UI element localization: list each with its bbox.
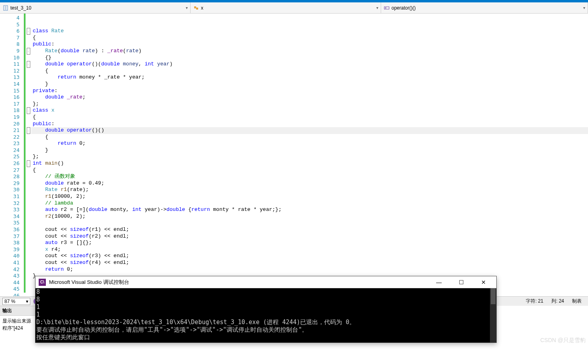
cursor-position: 字符: 21 列: 24 制表 — [526, 298, 586, 305]
console-title-text: Microsoft Visual Studio 调试控制台 — [49, 279, 129, 286]
class-icon — [193, 5, 199, 11]
svg-rect-1 — [194, 6, 196, 8]
output-line: 显示输出来源 — [2, 317, 33, 325]
fold-column: ------ — [26, 14, 31, 293]
vs-icon: C\ — [39, 279, 46, 286]
line-number-gutter: 4567891011121314151617181920212223242526… — [0, 14, 24, 293]
console-scrollbar[interactable] — [490, 288, 496, 342]
console-titlebar[interactable]: C\ Microsoft Visual Studio 调试控制台 — ☐ ✕ — [35, 276, 496, 288]
scope-dropdown[interactable]: test_3_10 ▾ — [0, 2, 191, 13]
member-dropdown[interactable]: operator()() ▾ — [381, 2, 588, 13]
close-button[interactable]: ✕ — [477, 277, 490, 287]
chevron-down-icon: ▾ — [186, 6, 188, 10]
output-line: 程序"[424 — [2, 325, 33, 332]
scope-text: test_3_10 — [10, 5, 31, 11]
chevron-down-icon: ▾ — [26, 299, 28, 304]
scrollbar-thumb[interactable] — [491, 288, 496, 304]
svg-rect-2 — [196, 8, 198, 10]
output-title: 输出 — [0, 306, 35, 316]
file-icon — [2, 5, 9, 11]
minimize-button[interactable]: — — [433, 277, 445, 287]
method-icon — [383, 5, 390, 11]
class-dropdown[interactable]: x ▾ — [191, 2, 381, 13]
chevron-down-icon: ▾ — [376, 6, 378, 10]
member-text: operator()() — [391, 5, 416, 11]
chevron-down-icon: ▾ — [583, 6, 585, 10]
zoom-value: 87 % — [4, 299, 15, 304]
debug-console-window: C\ Microsoft Visual Studio 调试控制台 — ☐ ✕ 8… — [35, 276, 497, 343]
code-content[interactable]: class Rate{public: Rate(double rate) : _… — [31, 14, 588, 293]
maximize-button[interactable]: ☐ — [455, 277, 468, 287]
svg-rect-4 — [385, 8, 386, 8]
class-text: x — [201, 5, 203, 11]
watermark: CSDN @只是雪豹 — [540, 337, 586, 344]
output-body: 显示输出来源 程序"[424 — [0, 316, 35, 333]
console-output[interactable]: 8811D:\bite\bite-lesson2023-2024\test_3_… — [35, 288, 496, 342]
navigation-bar: test_3_10 ▾ x ▾ operator()() ▾ — [0, 2, 588, 14]
code-editor[interactable]: 4567891011121314151617181920212223242526… — [0, 14, 588, 293]
zoom-dropdown[interactable]: 87 % ▾ — [2, 298, 30, 305]
output-panel: 输出 显示输出来源 程序"[424 — [0, 306, 35, 364]
svg-rect-3 — [384, 7, 389, 9]
